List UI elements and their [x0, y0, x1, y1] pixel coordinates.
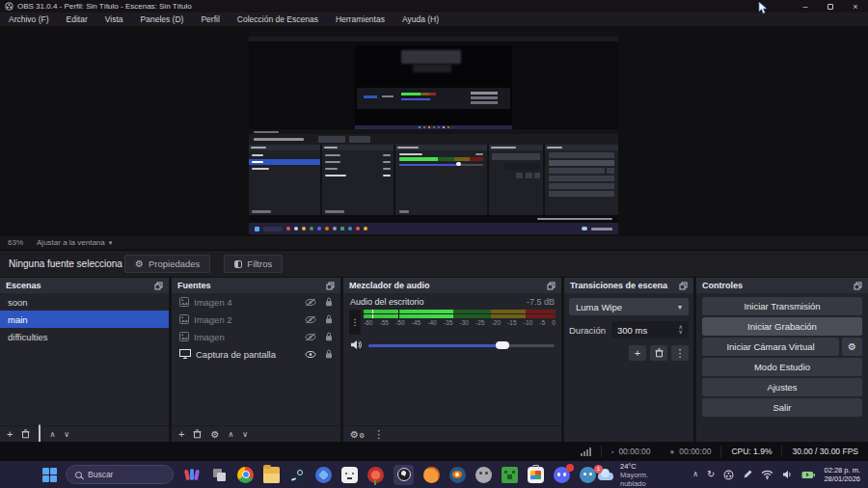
start-recording-button[interactable]: Iniciar Grabación [702, 317, 862, 336]
volume-slider[interactable] [368, 341, 555, 349]
source-item[interactable]: Imagen 4 [172, 293, 340, 311]
file-explorer-icon[interactable] [263, 467, 280, 483]
task-view-icon[interactable] [211, 467, 228, 483]
steam-icon[interactable] [289, 467, 306, 483]
visibility-toggle[interactable] [305, 315, 316, 324]
studio-mode-button[interactable]: Modo Estudio [702, 358, 862, 376]
exit-button[interactable]: Salir [702, 398, 862, 417]
move-source-up-button[interactable]: ∧ [228, 430, 233, 439]
start-button[interactable] [42, 468, 57, 482]
popout-icon[interactable] [854, 282, 862, 290]
controls-header[interactable]: Controles [696, 278, 868, 293]
lock-toggle[interactable] [325, 332, 333, 341]
photos-app-icon[interactable] [315, 467, 332, 483]
speaker-tray-icon[interactable] [782, 470, 793, 479]
lock-toggle[interactable] [325, 314, 333, 324]
taskbar-clock[interactable]: 02:28 p. m. 28/01/2026 [824, 466, 860, 484]
start-virtual-camera-button[interactable]: Iniciar Cámara Virtual [702, 338, 839, 356]
spin-arrows-icon[interactable]: ∧∨ [679, 325, 683, 335]
scene-filters-button[interactable] [39, 425, 41, 443]
duration-label: Duración [569, 325, 606, 336]
menu-herramientas[interactable]: Herramientas [327, 13, 393, 26]
obs-taskbar-icon[interactable] [393, 465, 414, 485]
widgets-icon[interactable] [185, 467, 202, 483]
menu-editar[interactable]: Editar [58, 13, 96, 26]
visibility-toggle[interactable] [305, 333, 316, 341]
image-icon [179, 297, 189, 307]
mixer-source-menu-button[interactable]: ⋮ [349, 310, 361, 335]
move-source-down-button[interactable]: ∨ [242, 430, 248, 439]
fireworks-app-icon[interactable] [367, 467, 384, 483]
tray-chevron-icon[interactable]: ∧ [692, 471, 698, 478]
blender-icon[interactable] [449, 467, 466, 483]
taskbar-search[interactable]: Buscar [66, 465, 174, 484]
mixer-level-db: -7.5 dB [527, 297, 555, 307]
menu-archivo[interactable]: Archivo (F) [0, 13, 58, 26]
mixer-menu-button[interactable]: ⋮ [373, 428, 384, 441]
weather-widget[interactable]: 1 24°C Mayorm. nublado [596, 462, 674, 488]
virtual-camera-settings-button[interactable]: ⚙ [842, 338, 862, 356]
discord-icon[interactable] [554, 467, 570, 483]
popout-icon[interactable] [547, 282, 556, 290]
gimp-icon[interactable] [475, 467, 492, 483]
menu-vista[interactable]: Vista [96, 13, 132, 26]
add-source-button[interactable]: + [178, 429, 184, 440]
move-scene-up-button[interactable]: ∧ [49, 430, 55, 439]
add-scene-button[interactable]: + [7, 429, 13, 440]
speaker-icon[interactable] [350, 339, 363, 350]
properties-button[interactable]: ⚙ Propiedades [124, 255, 210, 273]
lock-toggle[interactable] [325, 349, 333, 359]
close-button[interactable]: × [843, 0, 868, 13]
scene-item[interactable]: soon [0, 293, 169, 311]
move-scene-down-button[interactable]: ∨ [64, 430, 69, 439]
source-item[interactable]: Captura de pantalla [172, 345, 340, 363]
minimize-button[interactable]: – [793, 0, 818, 13]
scenes-header[interactable]: Escenas [0, 278, 169, 293]
obs-tray-icon[interactable] [723, 470, 734, 480]
battery-icon[interactable] [801, 471, 815, 479]
start-streaming-button[interactable]: Iniciar Transmisión [702, 297, 862, 315]
popout-icon[interactable] [326, 282, 335, 290]
scene-item[interactable]: main [0, 311, 169, 328]
minecraft-icon[interactable] [502, 467, 518, 483]
remove-transition-button[interactable] [650, 345, 667, 361]
preview-canvas-screen-capture[interactable] [249, 32, 618, 234]
wifi-icon[interactable] [761, 470, 773, 479]
menu-ayuda[interactable]: Ayuda (H) [393, 13, 448, 26]
source-item[interactable]: Imagen [172, 328, 340, 345]
chrome-icon[interactable] [237, 467, 254, 483]
menu-coleccion-escenas[interactable]: Colección de Escenas [229, 13, 327, 26]
sources-header[interactable]: Fuentes [172, 278, 340, 293]
visibility-toggle[interactable] [305, 350, 316, 359]
remove-scene-button[interactable] [21, 429, 30, 439]
sync-icon[interactable]: ↻ [707, 470, 715, 479]
signal-bars-icon [581, 447, 591, 456]
scene-item[interactable]: difficulties [0, 328, 169, 345]
filters-button[interactable]: Filtros [224, 255, 283, 273]
popout-icon[interactable] [154, 282, 163, 290]
remove-source-button[interactable] [193, 429, 202, 439]
source-properties-button[interactable]: ⚙ [210, 429, 219, 440]
volume-slider-handle[interactable] [496, 341, 509, 349]
transition-menu-button[interactable]: ⋮ [671, 345, 689, 361]
mixer-header[interactable]: Mezclador de audio [343, 278, 561, 293]
lock-toggle[interactable] [325, 297, 333, 307]
settings-button[interactable]: Ajustes [702, 378, 862, 396]
pen-icon[interactable] [743, 470, 752, 479]
restore-button[interactable] [818, 0, 843, 13]
source-item[interactable]: Imagen 2 [172, 311, 340, 328]
fl-studio-icon[interactable] [423, 467, 440, 483]
store-icon[interactable] [528, 467, 544, 483]
transition-select[interactable]: Luma Wipe ▾ [569, 298, 689, 315]
menu-perfil[interactable]: Perfil [192, 13, 228, 26]
transitions-header[interactable]: Transiciones de escena [564, 278, 693, 293]
advanced-audio-icon[interactable]: ⚙⚙ [350, 429, 365, 440]
display-icon [179, 349, 191, 359]
duration-spinbox[interactable]: 300 ms ∧∨ [611, 321, 689, 339]
menu-paneles[interactable]: Paneles (D) [132, 13, 193, 26]
fit-to-window[interactable]: Ajustar a la ventana▾ [37, 238, 112, 247]
add-transition-button[interactable]: + [629, 345, 646, 361]
visibility-toggle[interactable] [305, 298, 316, 307]
popout-icon[interactable] [679, 282, 688, 290]
character-app-icon[interactable] [341, 467, 358, 483]
